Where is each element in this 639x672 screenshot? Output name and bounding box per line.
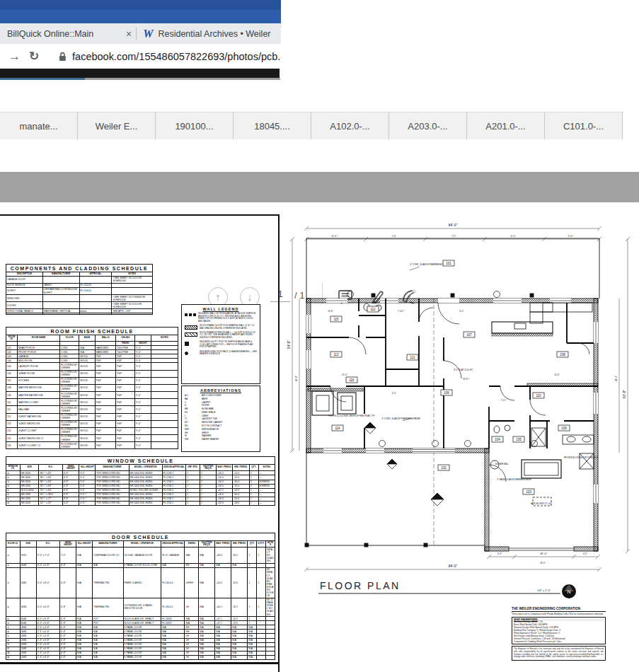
schedule-cell	[6, 313, 43, 315]
schedule-cell: GUEST BEDROOM	[18, 420, 60, 427]
schedule-header-cell: SHUTTER REQ'D	[199, 541, 215, 548]
interior-dimension-text: 12'-4½" 5'-0" 7'-4" 11'-0" 9'-4½" 13'-8"…	[328, 235, 587, 564]
schedule-cell: P&P	[95, 406, 115, 413]
schedule-header-cell: BASE	[79, 335, 96, 342]
browser-tab-residential-archives[interactable]: Residential Archives • Weiler	[158, 29, 270, 39]
schedule-cell: HALLWAY	[18, 406, 60, 413]
legend-item: WOOD FRAME EXTERIOR WALL — 2x4 SYP STUDS…	[185, 332, 257, 340]
document-tab[interactable]: A203.0-...	[389, 112, 467, 139]
legend-title: WALL LEGEND	[185, 307, 257, 311]
document-tab[interactable]: 190100...	[156, 112, 234, 139]
schedule-header-cell: WALLS	[95, 335, 115, 342]
schedule-cell: GUEST BATHROOM	[18, 413, 60, 420]
schedule-cell: P&P	[95, 434, 115, 441]
schedule-cell: FLOORING BY OWNER	[60, 377, 79, 384]
schedule-cell: 6'-8"	[59, 567, 76, 598]
schedule-title: WINDOW SCHEDULE	[6, 456, 275, 464]
document-tab[interactable]: C101.0-...	[545, 112, 623, 139]
svg-text:6'-2": 6'-2"	[392, 392, 396, 395]
schedule-cell: 3'-0" x 8'-0"	[36, 567, 59, 598]
schedule-cell: P&P	[95, 399, 115, 406]
schedule-cell: 3080	[20, 567, 36, 598]
pdf-toolbar: ↑ ↓ 1 / 1	[0, 139, 639, 172]
schedule-title: ROOM FINISH SCHEDULE	[6, 327, 178, 335]
svg-text:POST W/ (2) 2x12 HDR. SEE ROOF: POST W/ (2) 2x12 HDR. SEE ROOF FRM'G PLA…	[328, 415, 375, 417]
schedule-cell: 3068	[20, 598, 36, 616]
schedule-cell: PGT WINDOORS INC.	[96, 501, 129, 505]
schedule-cell: P&P	[116, 434, 135, 441]
url-text[interactable]: facebook.com/155486057822693/photos/pcb.…	[72, 51, 281, 62]
schedule-cell: 109	[6, 392, 18, 399]
svg-text:6" RAISED SLAB W/ FIBERMESH RE: 6" RAISED SLAB W/ FIBERMESH REINF.	[497, 478, 532, 481]
schedule-cell: WOOD	[79, 363, 96, 370]
svg-text:106: 106	[444, 391, 449, 395]
schedule-cell: N/A	[76, 548, 93, 563]
schedule-cell: P&P	[95, 392, 115, 399]
schedule-cell: 115	[6, 434, 18, 441]
schedule-cell: P&P	[116, 413, 135, 420]
schedule-header-cell: SILL HEIGHT	[76, 541, 93, 548]
svg-text:ATTIC ACCESS 22" x 54": ATTIC ACCESS 22" x 54"	[531, 502, 552, 505]
schedule-header-cell: IMP. RTD.	[186, 465, 200, 471]
schedule-table: ROOM I.D.ROOM NAMEFLOORBASEWALLSCEILINGN…	[6, 335, 178, 449]
legend-item: INDICATES WALL OR TRUSS ABOVE. ATTACH W/…	[185, 313, 257, 323]
schedule-header-cell	[135, 335, 151, 342]
schedule-cell: WOOD	[79, 399, 96, 406]
schedule-cell: FL#2. GARAGE	[161, 548, 185, 563]
schedule-cell: LAUNDRY ROOM	[18, 363, 60, 370]
schedule-header-cell: SIZE	[20, 541, 36, 548]
schedule-cell: P&P	[95, 370, 115, 377]
document-tab[interactable]: A102.0-...	[311, 112, 389, 139]
schedule-cell	[42, 295, 79, 302]
schedule-cell: WOOD	[79, 442, 96, 449]
schedule-cell	[151, 370, 178, 377]
schedule-header-cell: CEILING	[116, 335, 135, 342]
schedule-cell	[112, 287, 153, 294]
browser-tab-strip: BillQuick Online::Main × W Residential A…	[0, 23, 281, 44]
schedule-cell: 9'-0"	[135, 392, 151, 399]
schedule-cell	[151, 377, 178, 384]
schedule-cell: P&P	[116, 420, 135, 427]
schedule-cell: N/A	[199, 655, 215, 659]
forward-icon[interactable]: →	[8, 50, 21, 64]
schedule-cell: 9'-0" x 7'-0"	[36, 548, 59, 563]
document-tab[interactable]: manate...	[0, 112, 78, 139]
schedule-header-cell: ROOM I.D.	[6, 335, 18, 342]
schedule-cell: W/ IMPACT GLAZED FIBERGLASS DOUBLE	[266, 567, 275, 598]
plumbing-walls	[308, 383, 598, 391]
svg-text:104: 104	[495, 438, 500, 441]
schedule-cell: +50.0	[215, 567, 231, 598]
svg-text:4'-0": 4'-0"	[497, 552, 502, 555]
svg-text:111: 111	[410, 356, 415, 359]
document-tab[interactable]: Weiler E...	[78, 112, 156, 139]
schedule-cell: ⑧	[6, 501, 21, 505]
schedule-cell: MASTER BATHROOM	[18, 392, 60, 399]
reload-icon[interactable]: ↻	[29, 49, 39, 64]
schedule-cell: CERTAINTEED CONTINUOUS SOFFIT	[42, 287, 79, 294]
schedule-cell: 108	[6, 384, 18, 391]
browser-tab-billquick[interactable]: BillQuick Online::Main	[7, 29, 120, 39]
schedule-cell: 1	[248, 598, 257, 616]
schedule-cell	[151, 392, 178, 399]
schedule-cell: FLOORING BY OWNER	[60, 370, 79, 377]
schedule-cell: WOOD	[79, 406, 96, 413]
components-cladding-schedule: COMPONENTS AND CLADDING SCHEDULE DESCRIP…	[6, 264, 153, 315]
svg-text:110: 110	[536, 394, 541, 398]
schedule-cell: 6'-8"	[62, 501, 79, 505]
door-schedule: DOOR SCHEDULE DOOR I.D.SIZER.O.HEAD HEIG…	[6, 533, 275, 660]
abbreviation-row: WHWATER HEATER	[185, 438, 257, 441]
schedule-cell: • SEE SHEET XX.X WINDOW SCHEDULE	[112, 295, 153, 302]
schedule-header-cell: R.O.	[36, 541, 59, 548]
document-tab[interactable]: A201.0-...	[467, 112, 545, 139]
schedule-cell: 112	[6, 413, 18, 420]
schedule-cell: FLOORING BY OWNER	[60, 434, 79, 441]
weiler-favicon-icon: W	[143, 28, 153, 40]
svg-text:15'-0": 15'-0"	[342, 373, 347, 376]
schedule-cell: WOOD	[79, 370, 96, 377]
legend-item: INDICATES KING STUD PACK @ HEADER BEARIN…	[185, 351, 257, 356]
schedule-cell	[151, 420, 178, 427]
close-tab-icon[interactable]: ×	[126, 29, 132, 39]
schedule-cell: WOOD	[79, 392, 96, 399]
document-tab[interactable]: 18045....	[234, 112, 311, 139]
schedule-cell: 9'-0"	[135, 413, 151, 420]
